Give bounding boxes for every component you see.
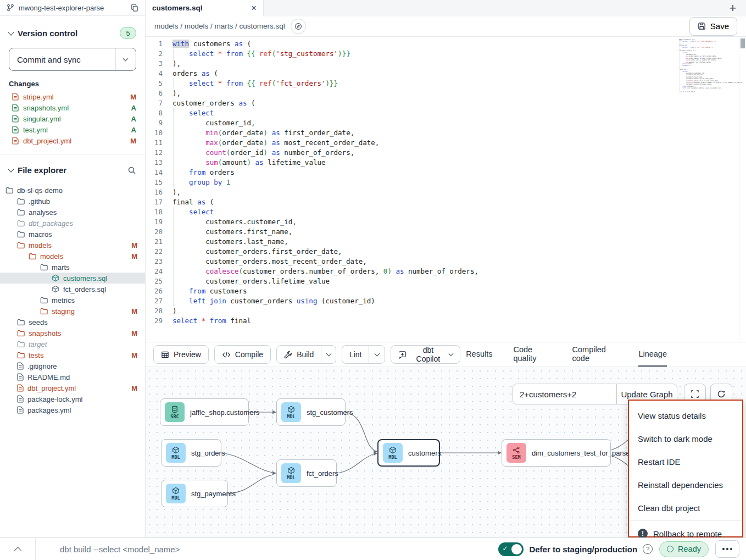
- code-line-8[interactable]: 8 select: [146, 108, 746, 118]
- tab-lineage[interactable]: Lineage: [638, 342, 667, 367]
- code-line-13[interactable]: 13 sum(amount) as lifetime_value: [146, 158, 746, 168]
- code-line-21[interactable]: 21 customers.last_name,: [146, 237, 746, 247]
- code-line-3[interactable]: 3),: [146, 59, 746, 69]
- preview-button[interactable]: Preview: [153, 345, 209, 364]
- menu-item-switch-to-dark-mode[interactable]: Switch to dark mode: [629, 427, 742, 450]
- code-line-28[interactable]: 28): [146, 306, 746, 316]
- lineage-node-jaffle_shop-customers[interactable]: SRCjaffle_shop.customers: [160, 398, 249, 426]
- tree-item-metrics[interactable]: metrics: [0, 295, 145, 306]
- tree-item-snapshots[interactable]: snapshotsM: [0, 328, 145, 339]
- code-line-24[interactable]: 24 coalesce(customer_orders.number_of_or…: [146, 267, 746, 276]
- lineage-node-dim_customers_test_for_parse[interactable]: SEMdim_customers_test_for_parse: [502, 439, 611, 467]
- lineage-node-customers[interactable]: MDLcustomers: [377, 439, 440, 467]
- chevron-down-icon[interactable]: [8, 166, 14, 172]
- tree-item--gitignore[interactable]: .gitignore: [0, 361, 145, 372]
- tree-item-tests[interactable]: testsM: [0, 350, 145, 361]
- tree-item-models[interactable]: modelsM: [0, 240, 145, 251]
- code-line-25[interactable]: 25 customer_orders.lifetime_value: [146, 276, 746, 286]
- defer-toggle[interactable]: ✓: [498, 542, 524, 556]
- menu-item-reinstall-dependencies[interactable]: Reinstall dependencies: [629, 473, 742, 496]
- code-line-7[interactable]: 7customer_orders as (: [146, 98, 746, 108]
- commit-and-sync-button[interactable]: Commit and sync: [9, 48, 115, 70]
- lineage-node-stg_orders[interactable]: MDLstg_orders: [161, 439, 221, 467]
- code-editor[interactable]: 1with customers as (2 select * from {{ r…: [146, 36, 746, 342]
- tree-item-fct_orders-sql[interactable]: fct_orders.sql: [0, 284, 145, 295]
- repo-name: mwong-test-explorer-parse: [19, 4, 126, 12]
- code-line-6[interactable]: 6),: [146, 88, 746, 98]
- code-line-27[interactable]: 27 left join customer_orders using (cust…: [146, 296, 746, 306]
- code-line-11[interactable]: 11 max(order_date) as most_recent_order_…: [146, 138, 746, 148]
- lint-options-caret[interactable]: [369, 346, 385, 363]
- code-line-19[interactable]: 19 customers.customer_id,: [146, 217, 746, 227]
- menu-item-view-status-details[interactable]: View status details: [629, 404, 742, 427]
- chevron-down-icon[interactable]: [8, 29, 14, 35]
- collapse-panel-button[interactable]: [0, 538, 35, 560]
- code-line-4[interactable]: 4orders as (: [146, 69, 746, 79]
- code-line-14[interactable]: 14 from orders: [146, 168, 746, 178]
- tree-item-README-md[interactable]: README.md: [0, 372, 145, 382]
- code-line-10[interactable]: 10 min(order_date) as first_order_date,: [146, 128, 746, 138]
- code-line-22[interactable]: 22 customer_orders.first_order_date,: [146, 247, 746, 257]
- change-row-stripe-yml[interactable]: stripe.ymlM: [0, 91, 145, 102]
- tab-results[interactable]: Results: [466, 342, 492, 367]
- lineage-node-stg_customers[interactable]: MDLstg_customers: [276, 398, 346, 426]
- code-line-12[interactable]: 12 count(order_id) as number_of_orders,: [146, 148, 746, 158]
- tree-item-dbt_project-yml[interactable]: dbt_project.ymlM: [0, 382, 145, 393]
- tree-item-target[interactable]: target: [0, 339, 145, 350]
- tree-item-macros[interactable]: macros: [0, 229, 145, 240]
- tree-item-dbt_packages[interactable]: dbt_packages: [0, 218, 145, 229]
- tab-code-quality[interactable]: Code quality: [513, 342, 551, 367]
- code-line-2[interactable]: 2 select * from {{ ref('stg_customers')}…: [146, 49, 746, 59]
- tree-item-analyses[interactable]: analyses: [0, 207, 145, 218]
- tree-item--github[interactable]: .github: [0, 196, 145, 207]
- code-line-17[interactable]: 17final as (: [146, 197, 746, 207]
- change-row-snapshots-yml[interactable]: snapshots.ymlA: [0, 102, 145, 113]
- save-button[interactable]: Save: [689, 17, 737, 36]
- close-icon[interactable]: ×: [251, 3, 257, 13]
- search-icon[interactable]: [127, 166, 136, 175]
- build-button[interactable]: Build: [277, 346, 321, 363]
- lineage-selector-input[interactable]: 2+customers+2: [513, 384, 616, 404]
- code-line-29[interactable]: 29select * from final: [146, 316, 746, 326]
- change-row-test-yml[interactable]: test.ymlA: [0, 124, 145, 135]
- question-icon[interactable]: ?: [643, 544, 653, 554]
- dbt-copilot-button[interactable]: dbt Copilot: [391, 345, 460, 364]
- copy-icon[interactable]: [131, 4, 138, 12]
- menu-item-clean-dbt-project[interactable]: Clean dbt project: [629, 496, 742, 519]
- tree-item-db-sl-qs-demo[interactable]: db-sl-qs-demo: [0, 185, 145, 196]
- commit-options-caret[interactable]: [115, 48, 136, 70]
- code-line-16[interactable]: 16),: [146, 187, 746, 197]
- code-line-18[interactable]: 18 select: [146, 207, 746, 217]
- code-line-1[interactable]: 1with customers as (: [146, 39, 746, 49]
- menu-item-restart-ide[interactable]: Restart IDE: [629, 450, 742, 473]
- code-line-9[interactable]: 9 customer_id,: [146, 118, 746, 128]
- change-row-dbt_project-yml[interactable]: dbt_project.ymlM: [0, 135, 145, 146]
- code-line-20[interactable]: 20 customers.first_name,: [146, 227, 746, 237]
- menu-item-rollback-to-remote[interactable]: ! Rollback to remote: [629, 522, 742, 537]
- tree-item-models[interactable]: modelsM: [0, 251, 145, 262]
- code-line-5[interactable]: 5 select * from {{ ref('fct_orders')}}: [146, 79, 746, 88]
- tab-compiled-code[interactable]: Compiled code: [572, 342, 618, 367]
- more-options-button[interactable]: [715, 540, 739, 558]
- command-input[interactable]: dbt build --select <model_name>: [35, 538, 498, 560]
- tree-item-packages-yml[interactable]: packages.yml: [0, 404, 145, 415]
- tree-item-staging[interactable]: stagingM: [0, 306, 145, 317]
- code-line-15[interactable]: 15 group by 1: [146, 178, 746, 187]
- lineage-node-stg_payments[interactable]: MDLstg_payments: [161, 480, 228, 507]
- change-row-singular-yml[interactable]: singular.ymlA: [0, 113, 145, 124]
- new-tab-button[interactable]: +: [720, 0, 746, 16]
- lint-button[interactable]: Lint: [342, 346, 369, 363]
- compass-icon[interactable]: [291, 19, 306, 34]
- lineage-node-fct_orders[interactable]: MDLfct_orders: [276, 459, 337, 487]
- editor-scrollbar[interactable]: [739, 37, 746, 342]
- build-options-caret[interactable]: [321, 346, 336, 363]
- tree-item-package-lock-yml[interactable]: package-lock.yml: [0, 393, 145, 404]
- code-line-26[interactable]: 26 from customers: [146, 286, 746, 296]
- tree-item-customers-sql[interactable]: customers.sql: [0, 273, 145, 284]
- code-line-23[interactable]: 23 customer_orders.most_recent_order_dat…: [146, 257, 746, 267]
- tree-item-marts[interactable]: marts: [0, 262, 145, 273]
- lineage-canvas[interactable]: SRCjaffle_shop.customersMDLstg_customers…: [146, 367, 746, 537]
- tree-item-seeds[interactable]: seeds: [0, 317, 145, 328]
- tab-customers-sql[interactable]: customers.sql ×: [146, 0, 264, 16]
- compile-button[interactable]: Compile: [214, 345, 271, 364]
